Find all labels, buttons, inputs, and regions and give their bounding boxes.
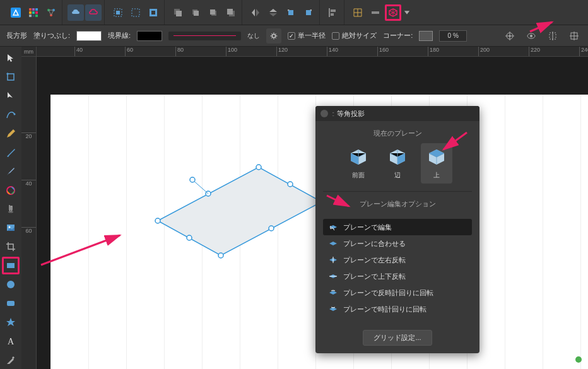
panel-drag-icon[interactable]: ::: [332,110,333,117]
cloud-sync-icon[interactable] [85,4,102,21]
shape-type-label: 長方形 [6,31,27,40]
grid-settings-button[interactable]: グリッド設定... [363,330,432,346]
stroke-swatch[interactable] [137,31,162,41]
preview-icon[interactable] [524,28,539,44]
option-fit-to-plane[interactable]: プレーンに合わせる [323,235,472,252]
svg-point-59 [288,182,293,187]
plane-front[interactable]: 前面 [343,143,374,184]
text-tool[interactable]: A [2,332,20,350]
deselect-icon[interactable] [127,4,144,21]
option-rotate-cw[interactable]: プレーンで時計回りに回転 [323,301,472,317]
select-all-icon[interactable] [110,4,126,21]
svg-rect-17 [176,11,182,16]
selected-rectangle[interactable] [151,158,328,271]
align-left-icon[interactable] [325,4,341,21]
svg-rect-6 [35,11,38,14]
svg-point-49 [9,226,11,228]
option-rotate-ccw[interactable]: プレーンで反時計回りに回転 [323,284,472,301]
svg-text:A: A [8,337,15,346]
rotate-cw-icon[interactable] [300,4,317,21]
option-flip-v[interactable]: プレーンで上下反転 [323,268,472,284]
brush-tool[interactable] [2,144,20,161]
color-picker-tool[interactable] [2,182,20,199]
invert-selection-icon[interactable] [145,4,162,21]
horizontal-ruler[interactable]: 40 60 80 100 120 140 160 180 200 220 240 [37,47,588,57]
ruler-tick: 60 [125,47,133,56]
ellipse-tool[interactable] [2,276,20,293]
ruler-tick: 140 [327,47,338,56]
rotate-ccw-icon[interactable] [283,4,299,21]
pen-tool[interactable] [2,106,20,124]
fill-swatch[interactable] [76,31,102,41]
ruler-tick: 20 [21,132,36,139]
svg-rect-28 [331,13,334,16]
svg-rect-7 [29,15,32,17]
option-label: プレーンで編集 [343,223,392,232]
panel-title: 等角投影 [337,109,365,119]
plane-side[interactable]: 辺 [382,143,413,184]
plane-label: 前面 [352,171,365,180]
abs-size-checkbox[interactable] [332,32,339,40]
svg-point-61 [187,235,192,240]
canvas[interactable] [37,57,588,369]
annotation-dot [575,356,582,363]
dropdown-arrow-icon[interactable] [403,4,411,21]
fill-tool[interactable] [2,201,20,218]
stroke-none-label: なし [247,32,260,40]
ruler-tick: 60 [21,227,36,234]
pencil-tool[interactable] [2,125,20,143]
plane-label: 辺 [394,171,401,180]
paint-brush-tool[interactable] [2,163,20,180]
stroke-options-button[interactable] [266,28,281,44]
left-tool-panel: A [0,47,21,369]
svg-rect-8 [32,15,35,17]
flip-h-icon[interactable] [247,4,264,21]
eyedropper-tool[interactable] [2,351,20,369]
ruler-tick: 120 [276,47,288,56]
stroke-label: 境界線: [108,31,131,40]
star-tool[interactable] [2,313,20,331]
cloud-upload-icon[interactable] [68,4,84,21]
ruler-tick: 40 [21,180,36,187]
svg-point-57 [218,253,223,258]
arrange-back-icon[interactable] [170,4,186,21]
vertical-ruler[interactable]: 20 40 60 [21,57,37,369]
transform-origin-icon[interactable] [502,28,517,44]
option-label: プレーンで時計回りに回転 [343,305,426,314]
option-edit-in-plane[interactable]: プレーンで編集 [323,219,472,235]
flip-v-icon[interactable] [265,4,281,21]
plane-label: 上 [433,171,440,180]
isometric-icon[interactable] [385,4,401,21]
arrange-front-icon[interactable] [223,4,239,21]
artboard-tool[interactable] [2,68,20,86]
stroke-width-slider[interactable] [168,32,241,40]
options-label: プレーン編集オプション [315,192,479,214]
rounded-rect-tool[interactable] [2,295,20,312]
place-image-tool[interactable] [2,219,20,237]
corner-value-input[interactable] [439,30,467,42]
rectangle-tool[interactable] [2,257,20,274]
svg-rect-5 [32,11,35,14]
single-radius-checkbox[interactable] [288,32,295,40]
plane-top[interactable]: 上 [421,143,452,184]
arrange-backward-icon[interactable] [187,4,204,21]
panel-header[interactable]: ::: 等角投影 [315,106,479,121]
arrange-forward-icon[interactable] [205,4,221,21]
single-radius-label: 単一半径 [298,31,326,40]
snap-options-icon[interactable] [367,4,384,21]
corner-type-selector[interactable] [419,31,433,41]
node-tool[interactable] [2,87,20,105]
crop-tool[interactable] [2,238,20,255]
move-tool[interactable] [2,49,20,67]
svg-point-47 [8,211,13,213]
svg-rect-2 [32,8,35,11]
launcher-icon[interactable] [25,4,42,21]
option-flip-h[interactable]: プレーンで左右反転 [323,252,472,268]
snapping-icon[interactable] [350,4,366,21]
share-icon[interactable] [43,4,59,21]
hide-selection-icon[interactable] [545,28,560,44]
panel-close-button[interactable] [320,110,328,117]
persona-button[interactable] [8,4,24,21]
convert-curves-icon[interactable] [567,28,582,44]
top-toolbar [0,0,588,25]
